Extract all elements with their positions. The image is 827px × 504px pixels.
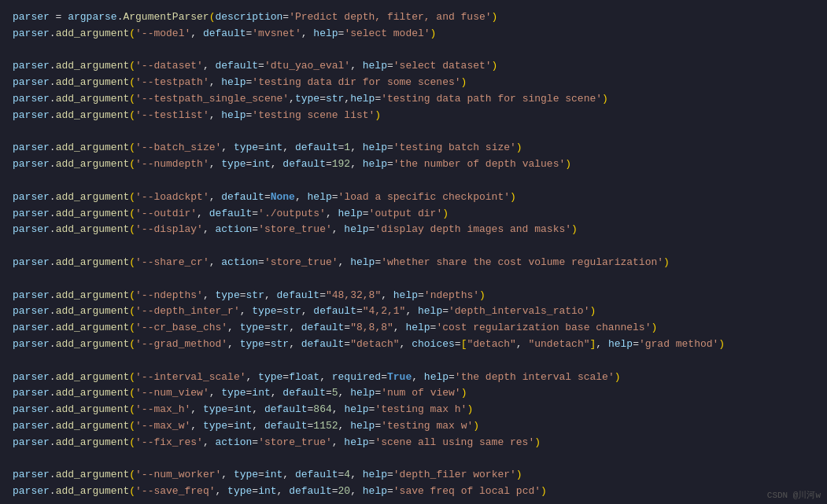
code-line-27: parser.add_argument('--fix_res', action=… [13,435,814,451]
code-line-20: parser.add_argument('--cr_base_chs', typ… [13,320,814,337]
code-line-1: parser = argparse.ArgumentParser(descrip… [13,9,814,26]
code-line-14: parser.add_argument('--display', action=… [13,222,814,238]
code-line-26: parser.add_argument('--max_w', type=int,… [13,418,814,435]
code-line-5: parser.add_argument('--testpath', help='… [13,75,814,91]
code-line-23: parser.add_argument('--interval_scale', … [13,370,814,386]
code-line-24: parser.add_argument('--num_view', type=i… [13,385,814,402]
blank-line-15 [13,238,814,255]
code-line-4: parser.add_argument('--dataset', default… [13,58,814,75]
code-line-16: parser.add_argument('--share_cr', action… [13,255,814,271]
code-line-29: parser.add_argument('--num_worker', type… [13,467,814,484]
code-line-19: parser.add_argument('--depth_inter_r', t… [13,304,814,320]
code-line-2: parser.add_argument('--model', default='… [13,26,814,42]
code-line-13: parser.add_argument('--outdir', default=… [13,206,814,223]
watermark: CSDN @川河w [767,489,821,503]
code-editor: parser = argparse.ArgumentParser(descrip… [0,0,827,504]
code-line-7: parser.add_argument('--testlist', help='… [13,108,814,124]
blank-line-11 [13,173,814,189]
blank-line-3 [13,42,814,59]
code-line-9: parser.add_argument('--batch_size', type… [13,140,814,156]
code-line-25: parser.add_argument('--max_h', type=int,… [13,402,814,418]
blank-line-22 [13,353,814,370]
code-line-18: parser.add_argument('--ndepths', type=st… [13,288,814,304]
blank-line-8 [13,124,814,141]
blank-line-28 [13,451,814,468]
blank-line-17 [13,271,814,288]
code-line-21: parser.add_argument('--grad_method', typ… [13,337,814,353]
code-line-6: parser.add_argument('--testpath_single_s… [13,91,814,108]
code-line-10: parser.add_argument('--numdepth', type=i… [13,156,814,173]
code-line-12: parser.add_argument('--loadckpt', defaul… [13,189,814,206]
code-line-30: parser.add_argument('--save_freq', type=… [13,484,814,500]
